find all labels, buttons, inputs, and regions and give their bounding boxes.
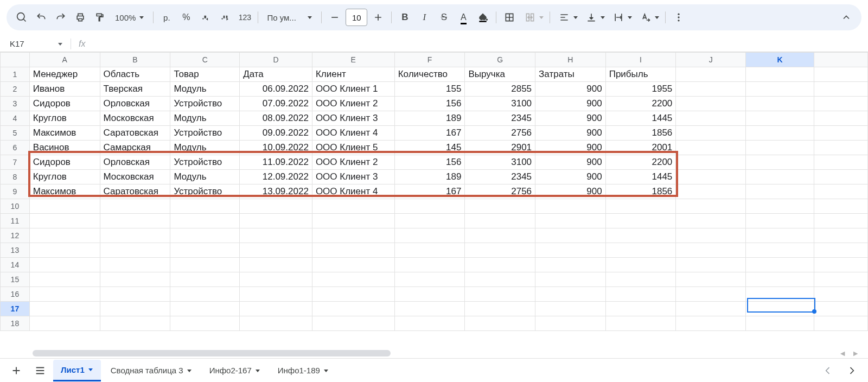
cell[interactable] <box>814 287 867 302</box>
cell[interactable] <box>605 199 676 214</box>
cell[interactable]: Выручка <box>465 67 535 82</box>
font-family-select[interactable]: По ум... <box>263 9 317 26</box>
cell[interactable] <box>312 302 394 316</box>
cell[interactable]: Саратовская <box>100 184 170 199</box>
row-header-1[interactable]: 1 <box>1 67 30 82</box>
cell[interactable] <box>746 228 814 243</box>
cell[interactable] <box>746 126 814 141</box>
cell[interactable] <box>465 316 535 331</box>
cell[interactable]: Модуль <box>170 111 240 126</box>
cell[interactable] <box>746 155 814 170</box>
cell[interactable] <box>465 287 535 302</box>
cell[interactable]: Модуль <box>170 82 240 97</box>
name-box[interactable]: K17 <box>7 37 66 51</box>
cell[interactable] <box>535 243 606 258</box>
percent-button[interactable]: % <box>177 9 195 26</box>
cell[interactable] <box>29 228 100 243</box>
cell[interactable] <box>746 243 814 258</box>
col-header-blank[interactable] <box>814 53 867 67</box>
cell[interactable]: Сидоров <box>29 97 100 111</box>
cell[interactable] <box>312 199 394 214</box>
cell[interactable]: Прибыль <box>605 67 676 82</box>
cell[interactable] <box>29 199 100 214</box>
search-icon[interactable] <box>13 9 30 26</box>
cell[interactable]: 167 <box>394 184 465 199</box>
cell[interactable]: ООО Клиент 1 <box>312 82 394 97</box>
cell[interactable]: 1445 <box>605 170 676 184</box>
cell[interactable] <box>170 302 240 316</box>
cell[interactable] <box>312 214 394 228</box>
decrease-font-button[interactable] <box>326 9 343 26</box>
row-header-9[interactable]: 9 <box>1 184 30 199</box>
cell[interactable] <box>312 272 394 287</box>
spreadsheet-grid[interactable]: ABCDEFGHIJK1МенеджерОбластьТоварДатаКлие… <box>0 52 868 331</box>
cell[interactable] <box>814 243 867 258</box>
cell[interactable] <box>605 214 676 228</box>
cell[interactable] <box>170 214 240 228</box>
row-header-12[interactable]: 12 <box>1 228 30 243</box>
col-header-F[interactable]: F <box>394 53 465 67</box>
cell[interactable]: 900 <box>535 111 606 126</box>
row-header-2[interactable]: 2 <box>1 82 30 97</box>
strikethrough-button[interactable]: S <box>435 9 452 26</box>
borders-button[interactable] <box>501 9 518 26</box>
cell[interactable]: 900 <box>535 97 606 111</box>
cell[interactable] <box>535 287 606 302</box>
cell[interactable]: 145 <box>394 141 465 155</box>
cell[interactable] <box>29 214 100 228</box>
cell[interactable] <box>240 302 312 316</box>
row-header-3[interactable]: 3 <box>1 97 30 111</box>
cell[interactable] <box>746 199 814 214</box>
text-color-button[interactable]: A <box>455 9 472 26</box>
increase-font-button[interactable] <box>369 9 387 26</box>
grid-area[interactable]: ABCDEFGHIJK1МенеджерОбластьТоварДатаКлие… <box>0 52 868 348</box>
cell[interactable] <box>240 272 312 287</box>
text-wrap-button[interactable] <box>609 9 634 26</box>
cell[interactable]: Сидоров <box>29 155 100 170</box>
cell[interactable] <box>394 272 465 287</box>
cell[interactable] <box>465 302 535 316</box>
row-header-15[interactable]: 15 <box>1 272 30 287</box>
cell[interactable]: 189 <box>394 111 465 126</box>
cell[interactable]: 12.09.2022 <box>240 170 312 184</box>
cell[interactable] <box>29 243 100 258</box>
cell[interactable]: 1955 <box>605 82 676 97</box>
cell[interactable]: Московская <box>100 170 170 184</box>
cell[interactable]: 900 <box>535 141 606 155</box>
cell[interactable] <box>394 302 465 316</box>
cell[interactable] <box>100 272 170 287</box>
cell[interactable] <box>100 302 170 316</box>
redo-icon[interactable] <box>52 9 69 26</box>
cell[interactable]: 10.09.2022 <box>240 141 312 155</box>
cell[interactable]: 167 <box>394 126 465 141</box>
cell[interactable] <box>394 258 465 272</box>
cell[interactable] <box>465 199 535 214</box>
cell[interactable] <box>100 214 170 228</box>
cell[interactable] <box>676 111 746 126</box>
cell[interactable] <box>676 82 746 97</box>
cell[interactable] <box>676 184 746 199</box>
all-sheets-button[interactable] <box>29 360 51 381</box>
cell[interactable] <box>29 272 100 287</box>
col-header-B[interactable]: B <box>100 53 170 67</box>
cell[interactable] <box>240 316 312 331</box>
undo-icon[interactable] <box>33 9 50 26</box>
cell[interactable] <box>394 228 465 243</box>
cell[interactable] <box>312 287 394 302</box>
cell[interactable] <box>605 228 676 243</box>
cell[interactable] <box>29 287 100 302</box>
cell[interactable] <box>465 228 535 243</box>
cell[interactable]: Устройство <box>170 97 240 111</box>
cell[interactable] <box>676 141 746 155</box>
cell[interactable] <box>746 97 814 111</box>
cell[interactable] <box>170 243 240 258</box>
cell[interactable] <box>814 97 867 111</box>
cell[interactable] <box>814 258 867 272</box>
cell[interactable] <box>535 199 606 214</box>
cell[interactable] <box>465 243 535 258</box>
cell[interactable] <box>814 199 867 214</box>
cell[interactable]: 09.09.2022 <box>240 126 312 141</box>
cell[interactable] <box>814 214 867 228</box>
cell[interactable] <box>676 272 746 287</box>
zoom-select[interactable]: 100% <box>111 9 149 26</box>
